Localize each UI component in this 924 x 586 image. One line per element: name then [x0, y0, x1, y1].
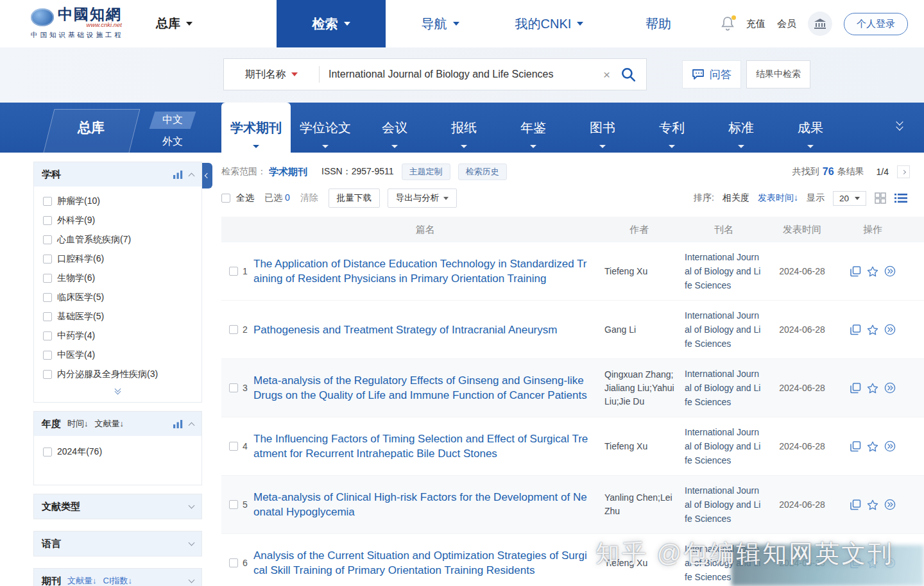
resource-tab[interactable]: 学术期刊 — [221, 103, 291, 153]
more-icon[interactable] — [884, 265, 896, 277]
paper-title-link[interactable]: The Application of Distance Education Te… — [253, 258, 586, 285]
filter-option[interactable]: 临床医学(5) — [34, 288, 201, 307]
bar-chart-icon[interactable] — [173, 171, 183, 179]
favorite-star-icon[interactable] — [867, 266, 878, 277]
select-all-checkbox[interactable] — [221, 194, 230, 203]
copy-icon[interactable] — [850, 383, 861, 394]
language-chinese[interactable]: 中文 — [152, 112, 193, 129]
cnki-logo[interactable]: 中國知網 www.cnki.net 中国知识基础设施工程 — [31, 6, 124, 40]
filter-option[interactable]: 生物学(6) — [34, 269, 201, 288]
journal-name-link[interactable]: International Journal of Biology and Lif… — [681, 250, 766, 292]
filter-option[interactable]: 口腔科学(6) — [34, 249, 201, 269]
institution-icon[interactable] — [808, 12, 832, 36]
journal-name-link[interactable]: International Journal of Biology and Lif… — [681, 425, 766, 467]
filter-checkbox[interactable] — [43, 216, 52, 225]
paper-title-link[interactable]: Meta-analysis of the Regulatory Effects … — [253, 374, 587, 401]
row-checkbox[interactable] — [229, 442, 238, 451]
filter-checkbox[interactable] — [43, 197, 52, 206]
list-view-icon[interactable] — [894, 193, 907, 203]
nav-item[interactable]: 帮助 — [604, 0, 713, 47]
nav-item[interactable]: 检索 — [277, 0, 386, 47]
favorite-star-icon[interactable] — [867, 324, 878, 335]
filter-checkbox[interactable] — [43, 293, 52, 302]
sort-relevance[interactable]: 相关度 — [723, 192, 749, 204]
filter-option[interactable]: 中医学(4) — [34, 346, 201, 365]
favorite-star-icon[interactable] — [867, 441, 878, 452]
chevron-down-icon[interactable] — [189, 577, 195, 583]
copy-icon[interactable] — [850, 499, 861, 510]
clear-icon[interactable]: × — [603, 69, 610, 81]
notification-bell-icon[interactable] — [721, 16, 735, 31]
search-field-selector[interactable]: 期刊名称 — [224, 68, 319, 81]
search-icon[interactable] — [620, 67, 636, 82]
doc-type-filter-header[interactable]: 文献类型 — [34, 494, 201, 519]
resource-tab[interactable]: 专利 — [637, 103, 706, 153]
more-icon[interactable] — [884, 324, 896, 335]
filter-checkbox[interactable] — [43, 448, 52, 456]
paper-authors[interactable]: Tiefeng Xu — [597, 440, 681, 453]
resource-tab[interactable]: 标准 — [706, 103, 776, 153]
paper-title-link[interactable]: Pathogenesis and Treatment Strategy of I… — [253, 324, 557, 336]
filter-option[interactable]: 外科学(9) — [34, 211, 201, 230]
paper-authors[interactable]: Yanling Chen;Lei Zhu — [597, 491, 681, 518]
sort-pubdate[interactable]: 发表时间↓ — [758, 192, 798, 204]
filter-checkbox[interactable] — [43, 235, 52, 244]
qa-button[interactable]: 问答 — [682, 60, 741, 88]
chevron-down-icon[interactable] — [189, 503, 195, 509]
chevron-up-icon[interactable] — [189, 422, 195, 428]
row-checkbox[interactable] — [229, 500, 238, 509]
paper-authors[interactable]: Gang Li — [597, 323, 681, 337]
bar-chart-icon[interactable] — [173, 420, 183, 428]
copy-icon[interactable] — [850, 441, 861, 452]
more-icon[interactable] — [884, 499, 896, 510]
resource-tab[interactable]: 报纸 — [429, 103, 499, 153]
more-icon[interactable] — [884, 382, 896, 394]
resource-tab[interactable]: 学位论文 — [291, 103, 360, 153]
year-sort-time[interactable]: 时间↓ — [67, 418, 89, 430]
journal-name-link[interactable]: International Journal of Biology and Lif… — [681, 367, 766, 409]
member-link[interactable]: 会员 — [777, 18, 796, 30]
paper-title-link[interactable]: Analysis of the Current Situation and Op… — [253, 549, 587, 576]
filter-checkbox[interactable] — [43, 274, 52, 283]
recharge-link[interactable]: 充值 — [746, 18, 766, 30]
journal-name-link[interactable]: International Journal of Biology and Lif… — [681, 483, 766, 526]
language-filter-header[interactable]: 语言 — [34, 532, 201, 556]
row-checkbox[interactable] — [229, 558, 238, 567]
chevron-down-icon[interactable] — [189, 540, 195, 546]
row-checkbox[interactable] — [229, 325, 238, 334]
select-all-label[interactable]: 全选 — [236, 192, 254, 204]
paper-title-link[interactable]: The Influencing Factors of Timing Select… — [253, 433, 588, 460]
paper-authors[interactable]: Tiefeng Xu — [597, 557, 681, 570]
language-foreign[interactable]: 外文 — [152, 133, 193, 151]
filter-option[interactable]: 基础医学(5) — [34, 307, 201, 326]
resource-tab[interactable]: 成果 — [776, 103, 845, 153]
copy-icon[interactable] — [850, 266, 861, 277]
favorite-star-icon[interactable] — [867, 383, 878, 394]
filter-checkbox[interactable] — [43, 312, 52, 321]
row-checkbox[interactable] — [229, 383, 238, 392]
filter-checkbox[interactable] — [43, 331, 52, 340]
filter-checkbox[interactable] — [43, 255, 52, 264]
year-sort-count[interactable]: 文献量↓ — [95, 418, 124, 430]
clear-selection-button[interactable]: 清除 — [300, 192, 318, 204]
login-button[interactable]: 个人登录 — [844, 13, 908, 35]
copy-icon[interactable] — [850, 324, 861, 335]
database-selector[interactable]: 总库 — [156, 0, 193, 47]
resource-tab[interactable]: 图书 — [568, 103, 637, 153]
filter-option[interactable]: 中药学(4) — [34, 326, 201, 346]
filter-option[interactable]: 2024年(76) — [34, 442, 201, 462]
export-analyze-button[interactable]: 导出与分析 — [388, 188, 458, 208]
nav-item[interactable]: 我的CNKI — [495, 0, 604, 47]
resource-tab[interactable]: 年鉴 — [499, 103, 568, 153]
chevron-up-icon[interactable] — [189, 172, 195, 179]
search-in-results-button[interactable]: 结果中检索 — [746, 60, 810, 88]
next-page-button[interactable] — [897, 165, 910, 178]
filter-option[interactable]: 内分泌腺及全身性疾病(3) — [34, 365, 201, 384]
grid-view-icon[interactable] — [875, 192, 886, 204]
more-tabs-chevron-icon[interactable] — [897, 119, 902, 131]
journal-filter-header[interactable]: 期刊 文献量↓ CI指数↓ — [34, 569, 201, 586]
filter-checkbox[interactable] — [43, 370, 52, 379]
year-filter-header[interactable]: 年度 时间↓ 文献量↓ — [34, 412, 201, 436]
filter-checkbox[interactable] — [43, 351, 52, 360]
resource-tab[interactable]: 会议 — [360, 103, 429, 153]
